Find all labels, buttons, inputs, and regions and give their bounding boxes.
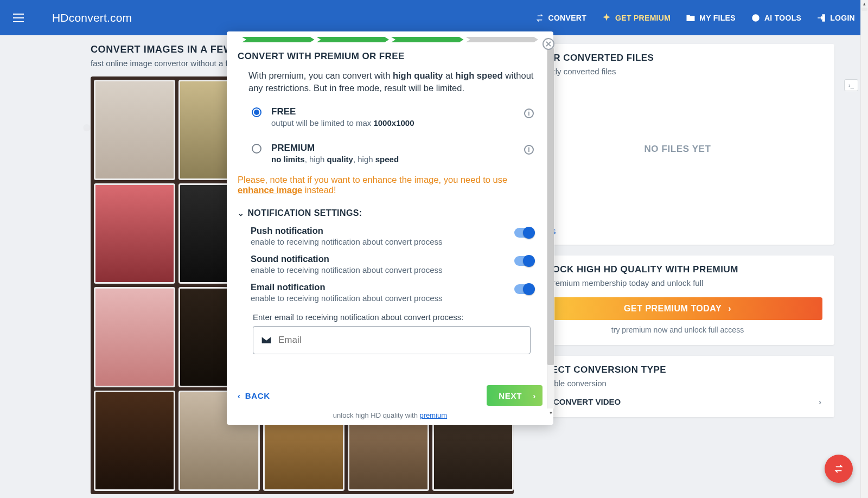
option-free-title: FREE [271,106,414,117]
convert-fab[interactable] [825,455,853,483]
page-scrollbar[interactable]: ▴ [860,0,868,498]
email-toggle[interactable] [514,284,534,294]
scrollbar-thumb[interactable] [547,48,554,365]
wizard-progress [227,31,553,42]
email-title: Email notification [251,282,539,292]
scroll-down-icon[interactable]: ▾ [548,410,553,416]
email-input[interactable] [278,335,522,346]
modal-description: With premium, you can convert with high … [238,69,542,94]
info-icon[interactable]: i [524,145,534,155]
email-notification-row: Email notification enable to receiving n… [238,277,542,305]
unlock-footer: unlock high HD quality with premium [227,411,553,425]
progress-segment [391,37,464,42]
push-desc: enable to receiving notification about c… [251,237,539,246]
sound-title: Sound notification [251,254,539,264]
option-premium[interactable]: PREMIUM no limits, high quality, high sp… [238,131,542,167]
info-icon[interactable]: i [524,108,534,118]
mail-icon [261,336,272,344]
radio-premium[interactable] [252,144,261,154]
email-input-wrapper [253,326,531,354]
enhance-warning: Please, note that if you want to enhance… [238,167,542,195]
radio-free[interactable] [252,107,261,117]
sound-notification-row: Sound notification enable to receiving n… [238,248,542,277]
convert-options-modal: CONVERT WITH PREMIUM OR FREE With premiu… [227,31,553,425]
notification-settings-header[interactable]: ⌄ NOTIFICATION SETTINGS: [238,208,542,218]
modal-scrollbar[interactable]: ▾ [547,48,554,408]
email-desc: enable to receiving notification about c… [251,293,539,303]
email-input-label: Enter email to receiving notification ab… [238,305,542,326]
progress-segment [242,37,315,42]
premium-link[interactable]: premium [420,411,448,419]
swap-icon [833,463,845,475]
option-free[interactable]: FREE output will be limited to max 1000x… [238,94,542,131]
back-label: BACK [245,391,270,400]
scroll-up-icon[interactable]: ▴ [861,0,868,8]
scrollbar-thumb[interactable] [861,8,867,11]
modal-title: CONVERT WITH PREMIUM OR FREE [238,51,542,62]
devtools-badge[interactable]: ›_ [844,79,858,91]
back-button[interactable]: ‹ BACK [238,391,270,400]
option-premium-sub: no limits, high quality, high speed [271,155,399,164]
chevron-left-icon: ‹ [238,391,241,400]
enhance-image-link[interactable]: enhance image [238,185,302,195]
push-title: Push notification [251,226,539,236]
next-button[interactable]: NEXT › [487,385,542,406]
close-button[interactable] [542,38,554,50]
notification-settings-label: NOTIFICATION SETTINGS: [247,208,362,218]
chevron-right-icon: › [533,391,536,400]
chevron-down-icon: ⌄ [238,209,244,218]
sound-desc: enable to receiving notification about c… [251,265,539,274]
sound-toggle[interactable] [514,256,534,266]
next-label: NEXT [499,391,522,400]
progress-segment [466,37,539,42]
option-premium-title: PREMIUM [271,143,399,154]
push-notification-row: Push notification enable to receiving no… [238,220,542,248]
option-free-sub: output will be limited to max 1000x1000 [271,118,414,127]
progress-segment [317,37,390,42]
close-icon [546,41,551,47]
push-toggle[interactable] [514,228,534,238]
